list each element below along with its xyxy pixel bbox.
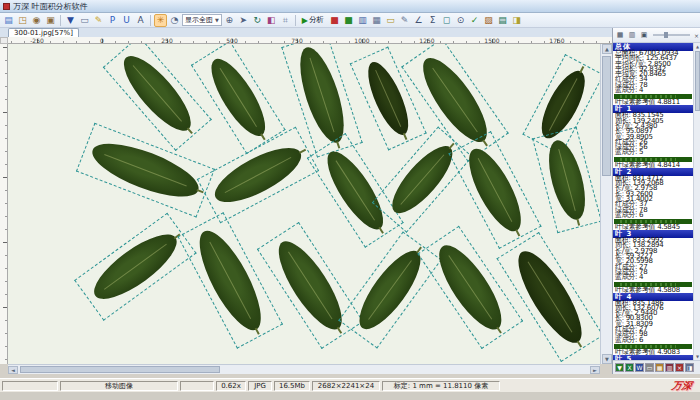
leaf-object-14[interactable] — [188, 223, 272, 338]
leaf-object-11[interactable] — [459, 142, 530, 238]
rotate-icon[interactable]: ↻ — [251, 14, 264, 27]
scroll-right-icon[interactable]: ► — [590, 366, 600, 374]
zoom-in-icon[interactable]: ⊕ — [223, 14, 236, 27]
panel-scroll-thumb[interactable] — [695, 51, 700, 111]
text-tool-icon[interactable]: A — [134, 14, 147, 27]
panel-scrollbar[interactable]: ▲ ▼ — [693, 43, 700, 360]
circle-select-icon[interactable]: ⊙ — [454, 14, 467, 27]
print-icon[interactable]: ▭ — [78, 14, 91, 27]
save-icon[interactable]: ▼ — [64, 14, 77, 27]
histogram-icon[interactable]: ▥ — [356, 14, 369, 27]
ruler-tick — [349, 41, 350, 43]
ruler-tick — [76, 41, 77, 43]
leaf-object-3[interactable] — [291, 44, 352, 147]
edit-icon[interactable]: ✎ — [92, 14, 105, 27]
ruler-tick — [141, 41, 142, 43]
leaf-object-12[interactable] — [542, 137, 592, 224]
green-channel-icon[interactable]: ■ — [342, 14, 355, 27]
print-panel-icon[interactable]: ▣ — [639, 30, 649, 40]
scroll-left-icon[interactable]: ◄ — [8, 366, 18, 374]
grid-icon[interactable]: ▦ — [370, 14, 383, 27]
vscroll-thumb[interactable] — [602, 56, 611, 176]
settings-result-icon[interactable]: ◨ — [685, 363, 694, 372]
ruler-tick — [11, 41, 12, 43]
view-mode-dropdown[interactable]: 显示全图▼ — [182, 14, 222, 26]
ruler-tick — [3, 112, 7, 113]
table-view-icon[interactable]: ▦ — [615, 30, 625, 40]
leaf-object-8[interactable] — [208, 137, 309, 212]
result-block-leaf-3: 叶 3面积: 833.2992周长: 138.2894长/宽: 2.9798长:… — [613, 230, 693, 292]
open-image-icon[interactable]: ◳ — [16, 14, 29, 27]
pencil-icon[interactable]: ✎ — [398, 14, 411, 27]
ruler-tick — [3, 177, 7, 178]
u-tool-icon[interactable]: U — [120, 14, 133, 27]
color-picker-icon[interactable]: ◧ — [265, 14, 278, 27]
panel-scroll-up-icon[interactable]: ▲ — [694, 43, 700, 50]
ruler-label: 1250 — [419, 37, 434, 44]
leaf-object-18[interactable] — [507, 243, 592, 351]
image-canvas[interactable] — [8, 44, 600, 364]
red-channel-icon[interactable]: ■ — [328, 14, 341, 27]
hand-tool-icon[interactable]: ✳ — [154, 14, 167, 27]
word-export-icon[interactable]: W — [635, 363, 644, 372]
ruler-tick — [5, 359, 7, 360]
angle-icon[interactable]: ∠ — [412, 14, 425, 27]
panel-toolbar: ▦ ▥ ▣ × — [613, 28, 700, 43]
chart-result-icon[interactable]: ▥ — [665, 363, 674, 372]
status-bar: 移动图像0.62xJPG16.5Mb2682×2241×24标定: 1 mm =… — [0, 378, 700, 392]
leaf-object-2[interactable] — [202, 51, 275, 142]
camera-icon[interactable]: ◉ — [30, 14, 43, 27]
ruler-icon[interactable]: ▭ — [384, 14, 397, 27]
scanner-icon[interactable]: ▣ — [44, 14, 57, 27]
analyze-button[interactable]: ▶分析 — [299, 14, 327, 26]
new-doc-icon[interactable]: ▤ — [2, 14, 15, 27]
leaf-object-1[interactable] — [114, 47, 200, 140]
ruler-tick — [323, 41, 324, 43]
measurement-row: 蓝成分: 5 — [613, 150, 693, 155]
print-result-icon[interactable]: ▭ — [645, 363, 654, 372]
scroll-down-icon[interactable]: ▼ — [602, 354, 612, 364]
ruler-tick — [115, 41, 116, 43]
ruler-tick — [453, 41, 454, 43]
save-result-icon[interactable]: ▼ — [615, 363, 624, 372]
slider-knob[interactable] — [664, 32, 668, 38]
hscroll-thumb[interactable] — [20, 366, 220, 373]
flag-icon[interactable]: ▤ — [496, 14, 509, 27]
leaf-color-swatch — [614, 344, 692, 349]
leaf-object-13[interactable] — [85, 224, 185, 310]
check-icon[interactable]: ✓ — [468, 14, 481, 27]
region-icon[interactable]: ◻ — [440, 14, 453, 27]
settings-icon[interactable]: ◨ — [510, 14, 523, 27]
toolbar-separator — [150, 15, 151, 26]
leaf-object-17[interactable] — [428, 236, 512, 337]
vertical-scrollbar[interactable]: ▲ ▼ — [600, 44, 612, 364]
crop-icon[interactable]: ⌗ — [279, 14, 292, 27]
status-cell-empty — [2, 381, 58, 391]
leaf-object-10[interactable] — [383, 138, 461, 222]
pointer-icon[interactable]: ➤ — [237, 14, 250, 27]
clear-result-icon[interactable]: × — [675, 363, 684, 372]
palette-icon[interactable]: ▨ — [482, 14, 495, 27]
excel-export-icon[interactable]: X — [625, 363, 634, 372]
panel-zoom-slider[interactable] — [653, 34, 690, 36]
zoom-tool-icon[interactable]: ◔ — [168, 14, 181, 27]
ruler-tick — [414, 41, 415, 43]
image-tab[interactable]: 300-01.jpg[57%] — [8, 28, 79, 37]
image-export-icon[interactable]: ▦ — [655, 363, 664, 372]
ruler-tick — [5, 99, 7, 100]
ruler-tick — [479, 41, 480, 43]
p-tool-icon[interactable]: P — [106, 14, 119, 27]
scroll-up-icon[interactable]: ▲ — [602, 44, 612, 54]
status-cell: JPG — [248, 381, 272, 391]
ruler-tick — [310, 41, 311, 43]
chart-view-icon[interactable]: ▥ — [627, 30, 637, 40]
leaf-object-7[interactable] — [86, 133, 204, 207]
horizontal-scrollbar[interactable]: ◄ ► — [8, 364, 600, 374]
play-icon: ▶ — [302, 16, 308, 25]
leaf-object-16[interactable] — [349, 243, 430, 338]
ruler-label: 1750 — [549, 37, 564, 44]
panel-scroll-down-icon[interactable]: ▼ — [694, 353, 700, 360]
measurement-row: 蓝成分: 6 — [613, 338, 693, 343]
sigma-icon[interactable]: Σ — [426, 14, 439, 27]
panel-close-icon[interactable]: × — [694, 32, 699, 39]
